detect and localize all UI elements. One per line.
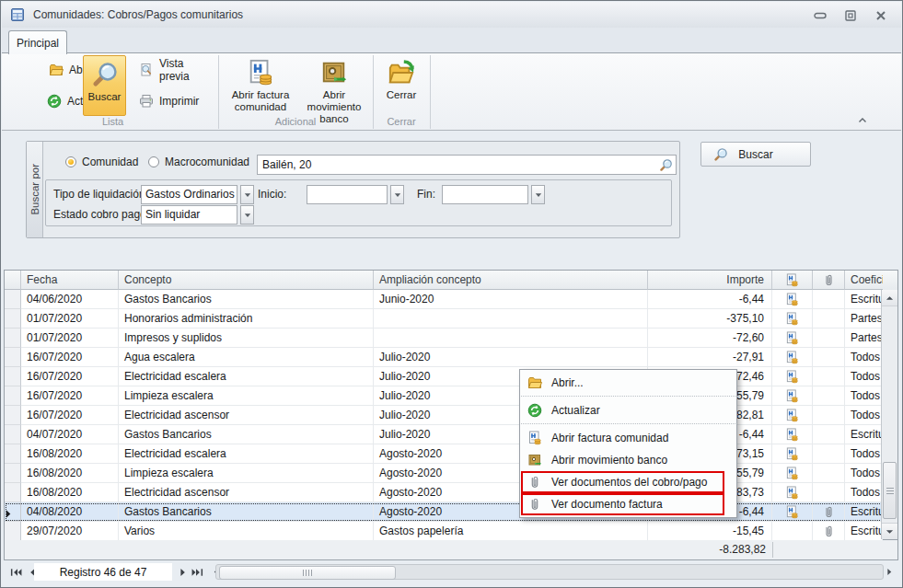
row-indicator [5, 522, 21, 541]
table-row[interactable]: 16/08/2020Limpieza escaleraAgosto-2020-1… [5, 464, 897, 483]
cell-fecha: 04/07/2020 [21, 425, 119, 444]
invoice-icon [247, 59, 274, 86]
horizontal-scrollbar-thumb[interactable] [219, 566, 396, 580]
menu-item-ver-documento-factura[interactable]: Ver documento factura [520, 493, 736, 515]
horizontal-scrollbar[interactable] [215, 564, 884, 580]
cell-coeficiente: Partes [845, 329, 883, 348]
table-row[interactable]: 01/07/2020Impresos y suplidos-72,60Parte… [5, 329, 897, 348]
menu-item-label: Actualizar [551, 404, 600, 417]
invoice-icon [785, 428, 799, 442]
restore-button[interactable] [843, 9, 858, 21]
invoice-icon [785, 370, 799, 384]
table-row[interactable]: 16/07/2020Limpieza escaleraJulio-2020-15… [5, 386, 897, 406]
cerrar-label: Cerrar [387, 89, 417, 101]
header-attachment-icon[interactable] [813, 271, 845, 290]
header-factura-icon[interactable] [772, 271, 813, 290]
menu-item-actualizar[interactable]: Actualizar [520, 399, 736, 421]
radio-macrocomunidad[interactable]: Macrocomunidad [148, 156, 249, 168]
row-indicator [5, 425, 21, 444]
buscar-button[interactable]: Buscar [700, 142, 811, 167]
group-caption-lista: Lista [7, 116, 218, 127]
table-row[interactable]: 29/07/2020VariosGastos papelería-15,45Es… [5, 522, 897, 541]
scroll-down-icon[interactable] [882, 523, 897, 539]
tipo-liquidacion-select[interactable]: Gastos Ordinarios [141, 185, 254, 204]
chevron-down-icon[interactable] [390, 185, 404, 204]
menu-item-abrir[interactable]: Abrir... [520, 372, 736, 394]
ribbon-collapse-button[interactable] [856, 114, 869, 125]
table-row[interactable]: 16/07/2020Electricidad escaleraJulio-202… [5, 367, 897, 386]
vista-previa-button[interactable]: Vista previa [136, 61, 218, 79]
cell-coeficiente: Todos [845, 386, 883, 406]
cell-concepto: Gastos Bancarios [119, 425, 374, 444]
table-row[interactable]: 16/08/2020Electricidad escaleraAgosto-20… [5, 444, 897, 464]
inicio-value [307, 185, 388, 204]
vertical-scrollbar-thumb[interactable] [883, 462, 897, 519]
cell-coeficiente: Escritu [845, 502, 883, 522]
grid-header-row: Fecha Concepto Ampliación concepto Impor… [5, 271, 897, 290]
abrir-movimiento-button[interactable]: Abrir movimiento banco [298, 55, 370, 114]
table-row[interactable]: 04/07/2020Gastos BancariosJulio-2020-6,4… [5, 425, 897, 444]
menu-item-abrir-factura-comunidad[interactable]: Abrir factura comunidad [520, 427, 736, 449]
header-indicator [5, 271, 21, 290]
comunidad-input[interactable]: Bailén, 20 [257, 155, 677, 175]
footer-separator [772, 542, 773, 558]
table-row[interactable]: 01/07/2020Honorarios administración-375,… [5, 309, 897, 329]
table-row[interactable]: 04/08/2020Gastos BancariosAgosto-2020-6,… [5, 502, 897, 522]
abrir-factura-button[interactable]: Abrir factura comunidad [226, 55, 295, 114]
chevron-down-icon[interactable] [240, 205, 254, 225]
first-record-button[interactable] [8, 564, 24, 580]
fin-value [442, 185, 528, 204]
header-coeficiente[interactable]: Coeficiente [845, 271, 883, 290]
scroll-up-icon[interactable] [882, 290, 897, 306]
search-icon [91, 61, 119, 88]
header-importe[interactable]: Importe [648, 271, 772, 290]
cell-concepto: Varios [119, 522, 374, 541]
imprimir-button[interactable]: Imprimir [136, 92, 202, 110]
cell-factura [772, 425, 813, 444]
table-row[interactable]: 16/08/2020Electricidad ascensorAgosto-20… [5, 483, 897, 502]
table-row[interactable]: 16/07/2020Agua escaleraJulio-2020-27,91T… [5, 348, 897, 367]
close-button[interactable] [874, 9, 888, 21]
row-indicator [5, 367, 21, 386]
close-folder-icon [388, 59, 415, 86]
header-concepto[interactable]: Concepto [119, 271, 374, 290]
estado-value: Sin liquidar [141, 205, 237, 225]
buscar-big-button[interactable]: Buscar [83, 55, 126, 116]
cerrar-button[interactable]: Cerrar [376, 55, 426, 114]
estado-select[interactable]: Sin liquidar [141, 205, 254, 225]
header-ampliacion[interactable]: Ampliación concepto [374, 271, 648, 290]
chevron-down-icon[interactable] [531, 185, 545, 204]
app-window: Comunidades: Cobros/Pagos comunitarios P… [0, 0, 903, 588]
invoice-icon [527, 431, 542, 445]
cell-factura [772, 386, 813, 406]
abrir-factura-label-2: comunidad [235, 101, 286, 112]
last-record-button[interactable] [190, 564, 205, 580]
search-lookup-icon[interactable] [659, 158, 673, 172]
table-row[interactable]: 04/06/2020Gastos BancariosJunio-2020-6,4… [5, 290, 897, 309]
minimize-button[interactable] [813, 9, 828, 21]
cell-importe: -15,45 [648, 522, 772, 541]
invoice-icon [785, 486, 799, 500]
fin-select[interactable] [442, 185, 545, 204]
menu-item-abrir-movimiento-banco[interactable]: Abrir movimiento banco [520, 449, 736, 471]
next-record-button[interactable] [175, 564, 191, 580]
cell-coeficiente: Todos [845, 367, 883, 386]
cell-ampliacion: Gastos papelería [374, 522, 648, 541]
safe-icon [527, 453, 542, 467]
cell-concepto: Honorarios administración [119, 309, 374, 329]
cell-coeficiente: Escritur [845, 522, 883, 541]
vertical-scrollbar[interactable] [881, 290, 897, 539]
menu-item-ver-documentos-cobro-pago[interactable]: Ver documentos del cobro/pago [520, 471, 736, 493]
radio-comunidad[interactable]: Comunidad [65, 156, 138, 168]
context-menu: Abrir...ActualizarAbrir factura comunida… [519, 369, 737, 518]
header-fecha[interactable]: Fecha [21, 271, 119, 290]
cell-coeficiente: Todos [845, 348, 883, 367]
chevron-down-icon[interactable] [240, 185, 254, 204]
table-row[interactable]: 16/07/2020Electricidad ascensorJulio-202… [5, 406, 897, 425]
folder-icon [527, 375, 542, 390]
tab-principal[interactable]: Principal [8, 30, 67, 54]
cell-factura [772, 444, 813, 464]
row-indicator [5, 444, 21, 464]
scroll-right-icon[interactable] [882, 564, 897, 580]
inicio-select[interactable] [307, 185, 404, 204]
